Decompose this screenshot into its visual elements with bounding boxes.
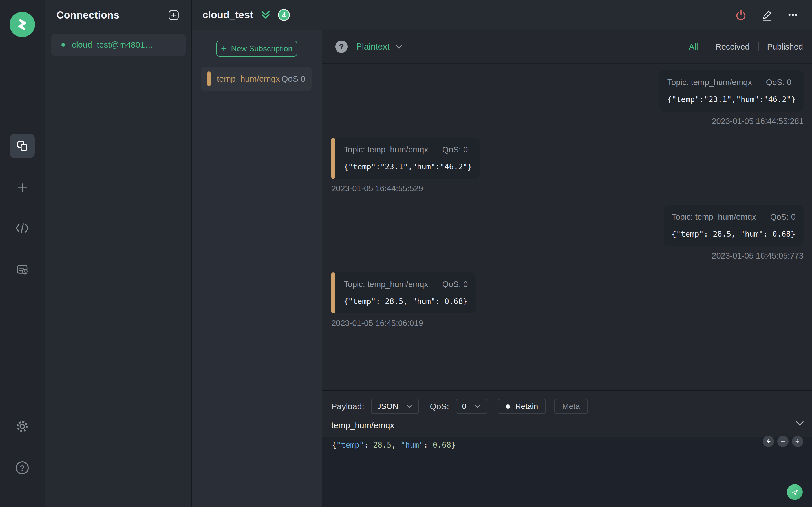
connection-status-dot: [61, 43, 65, 47]
filter-divider: [758, 42, 759, 51]
message-bubble-published: Topic: temp_hum/emqx QoS: 0 {"temp": 28.…: [664, 205, 804, 261]
disconnect-button[interactable]: [735, 9, 747, 21]
send-plane-icon: [791, 488, 799, 496]
arrow-left-icon: [765, 438, 771, 445]
format-help-icon[interactable]: ?: [335, 41, 348, 53]
publish-topic-input[interactable]: temp_hum/emqx: [331, 420, 394, 430]
history-clear-button[interactable]: [777, 436, 789, 447]
payload-format-value: JSON: [377, 402, 398, 411]
sidebar-item-log[interactable]: [14, 261, 31, 278]
mqttx-app: ? Connections cloud_test@m4801… cloud_te…: [0, 0, 812, 507]
meta-label: Meta: [562, 402, 580, 411]
main-body: + New Subscription temp_hum/emqx QoS 0 ?…: [192, 31, 812, 507]
sidebar-item-help[interactable]: ?: [14, 459, 31, 476]
payload-format-dropdown[interactable]: JSON: [371, 399, 419, 414]
edit-pencil-icon: [761, 9, 773, 21]
sidebar-item-script[interactable]: [14, 220, 31, 237]
send-button[interactable]: [787, 484, 803, 500]
meta-button[interactable]: Meta: [554, 399, 588, 414]
retain-label: Retain: [515, 402, 538, 411]
qos-dropdown[interactable]: 0: [456, 399, 488, 414]
message-card[interactable]: Topic: temp_hum/emqx QoS: 0 {"temp": 28.…: [331, 272, 476, 314]
subscription-qos: QoS 0: [282, 74, 305, 83]
app-sidebar: ?: [0, 0, 45, 507]
message-timestamp: 2023-01-05 16:44:55:529: [331, 184, 423, 193]
connections-icon: [16, 140, 29, 152]
message-card[interactable]: Topic: temp_hum/emqx QoS: 0 {"temp":"23.…: [331, 138, 480, 179]
message-filters: All Received Published: [689, 42, 803, 52]
retain-dot-icon: [506, 404, 510, 409]
add-connection-button[interactable]: [167, 9, 180, 21]
plus-icon: +: [221, 43, 227, 54]
more-options-button[interactable]: [786, 9, 799, 21]
collapse-editor-chevron-icon[interactable]: [795, 420, 805, 427]
publish-payload-editor[interactable]: {"temp": 28.5, "hum": 0.68}: [322, 437, 812, 507]
header-actions: [735, 9, 799, 21]
connection-name: cloud_test@m4801…: [72, 40, 153, 50]
messages-panel: ? Plaintext All Received Published: [322, 31, 812, 507]
arrow-right-icon: [795, 438, 801, 445]
edit-connection-button[interactable]: [761, 9, 773, 21]
history-nav: [763, 436, 803, 447]
mqttx-logo-icon: [10, 12, 35, 37]
message-card[interactable]: Topic: temp_hum/emqx QoS: 0 {"temp":"23.…: [659, 70, 804, 112]
svg-text:?: ?: [20, 464, 25, 472]
sidebar-item-connections[interactable]: [10, 133, 35, 158]
filter-received[interactable]: Received: [716, 42, 750, 52]
message-timestamp: 2023-01-05 16:45:06:019: [331, 319, 423, 328]
main-area: cloud_test 4: [192, 0, 812, 507]
chevron-down-icon[interactable]: [395, 44, 403, 50]
message-qos: QoS: 0: [442, 145, 468, 154]
subscription-item[interactable]: temp_hum/emqx QoS 0: [201, 67, 312, 91]
code-icon: [15, 223, 29, 234]
subscription-topic: temp_hum/emqx: [217, 74, 280, 83]
publish-toolbar: Payload: JSON QoS: 0 Retain: [322, 391, 812, 414]
filter-all[interactable]: All: [689, 42, 698, 52]
plus-square-icon: [168, 9, 180, 21]
connection-header-bar: cloud_test 4: [192, 0, 812, 31]
message-payload: {"temp": 28.5, "hum": 0.68}: [672, 230, 796, 238]
new-subscription-button[interactable]: + New Subscription: [216, 41, 297, 57]
qos-value: 0: [462, 402, 467, 411]
message-payload: {"temp": 28.5, "hum": 0.68}: [344, 297, 468, 305]
subscription-color-bar: [207, 71, 211, 87]
message-qos: QoS: 0: [770, 212, 796, 222]
message-accent-bar: [331, 138, 335, 179]
history-next-button[interactable]: [792, 436, 803, 447]
settings-gear-icon: [15, 420, 29, 433]
collapse-double-chevron-icon[interactable]: [260, 10, 271, 20]
message-payload: {"temp":"23.1","hum":"46.2"}: [667, 95, 796, 104]
chevron-down-icon: [474, 404, 481, 409]
minus-icon: [780, 438, 786, 445]
new-subscription-label: New Subscription: [231, 44, 292, 53]
message-bubble-published: Topic: temp_hum/emqx QoS: 0 {"temp":"23.…: [659, 70, 804, 126]
message-accent-bar: [331, 272, 335, 314]
subscriptions-panel: + New Subscription temp_hum/emqx QoS 0: [192, 31, 322, 507]
help-icon: ?: [15, 460, 30, 475]
connection-list-item[interactable]: cloud_test@m4801…: [51, 34, 186, 56]
message-timestamp: 2023-01-05 16:44:55:281: [712, 117, 804, 126]
retain-toggle[interactable]: Retain: [498, 399, 546, 414]
messages-toolbar: ? Plaintext All Received Published: [322, 31, 812, 64]
message-timestamp: 2023-01-05 16:45:05:773: [712, 251, 804, 261]
message-card[interactable]: Topic: temp_hum/emqx QoS: 0 {"temp": 28.…: [664, 205, 804, 246]
filter-published[interactable]: Published: [767, 42, 803, 52]
plus-icon: [16, 181, 29, 194]
log-icon: [16, 263, 29, 276]
message-topic: Topic: temp_hum/emqx: [344, 145, 428, 154]
payload-format-select[interactable]: Plaintext: [356, 42, 390, 52]
qos-label: QoS:: [430, 402, 449, 411]
publish-topic-row: temp_hum/emqx: [331, 418, 803, 433]
sidebar-item-settings[interactable]: [14, 418, 31, 435]
power-icon: [735, 9, 747, 21]
sidebar-item-new-connection[interactable]: [14, 179, 31, 196]
message-topic: Topic: temp_hum/emqx: [667, 78, 752, 87]
filter-divider: [707, 42, 707, 51]
history-prev-button[interactable]: [763, 436, 774, 447]
message-payload: {"temp":"23.1","hum":"46.2"}: [344, 162, 472, 171]
message-topic: Topic: temp_hum/emqx: [672, 212, 756, 222]
chevron-down-icon: [406, 404, 413, 409]
message-count-badge: 4: [278, 9, 290, 21]
message-topic: Topic: temp_hum/emqx: [344, 280, 428, 289]
connections-panel: Connections cloud_test@m4801…: [45, 0, 192, 507]
